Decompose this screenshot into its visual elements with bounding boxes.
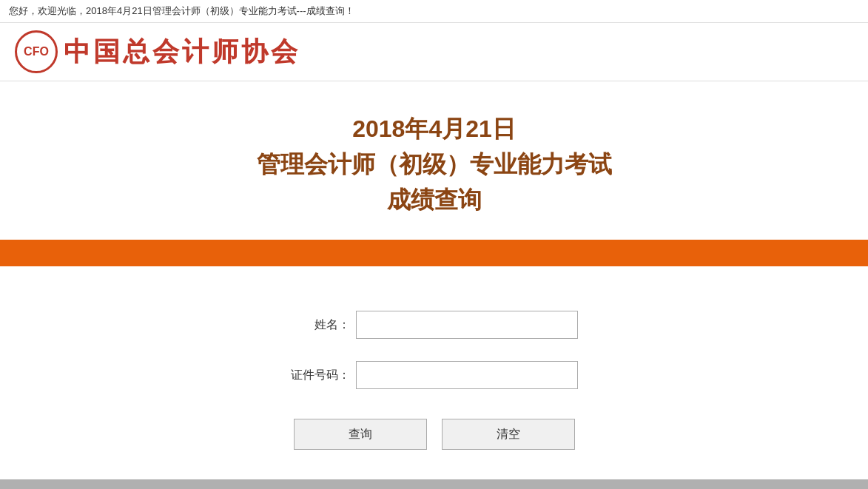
- footer: 2018管理会计师（初级）专业能力考试---成绩查询系统: [0, 479, 868, 489]
- org-name: 中国总会计师协会: [64, 34, 300, 70]
- cfo-badge: CFO: [15, 30, 58, 73]
- page-title: 2018年4月21日 管理会计师（初级）专业能力考试 成绩查询: [15, 111, 853, 217]
- notification-text: 您好，欢迎光临，2018年4月21日管理会计师（初级）专业能力考试---成绩查询…: [9, 5, 354, 16]
- notification-bar: 您好，欢迎光临，2018年4月21日管理会计师（初级）专业能力考试---成绩查询…: [0, 0, 868, 23]
- orange-divider-bar: [0, 240, 868, 266]
- clear-button[interactable]: 清空: [442, 419, 575, 450]
- cfo-label: CFO: [24, 45, 49, 58]
- id-label: 证件号码：: [291, 368, 350, 383]
- title-section: 2018年4月21日 管理会计师（初级）专业能力考试 成绩查询: [0, 81, 868, 240]
- name-label: 姓名：: [291, 317, 350, 333]
- id-row: 证件号码：: [291, 361, 578, 389]
- form-section: 姓名： 证件号码： 查询 清空: [0, 266, 868, 479]
- name-row: 姓名：: [291, 311, 578, 339]
- logo-container: CFO 中国总会计师协会: [15, 30, 300, 73]
- title-line2: 管理会计师（初级）专业能力考试: [257, 151, 612, 178]
- title-line3: 成绩查询: [387, 186, 482, 213]
- title-line1: 2018年4月21日: [352, 115, 516, 142]
- buttons-row: 查询 清空: [294, 419, 575, 450]
- query-button[interactable]: 查询: [294, 419, 427, 450]
- name-input[interactable]: [356, 311, 578, 339]
- id-input[interactable]: [356, 361, 578, 389]
- header: CFO 中国总会计师协会: [0, 23, 868, 81]
